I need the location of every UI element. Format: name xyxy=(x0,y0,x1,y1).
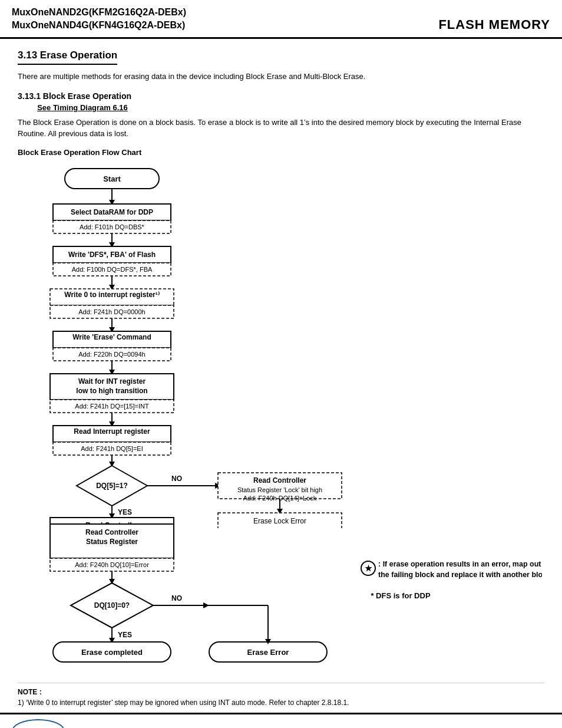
note-label: NOTE : xyxy=(18,688,544,696)
svg-text:Select DataRAM for DDP: Select DataRAM for DDP xyxy=(71,208,153,216)
header-title-line2: MuxOneNAND4G(KFN4G16Q2A-DEBx) xyxy=(12,19,186,32)
body-text: The Block Erase Operation is done on a b… xyxy=(18,117,544,140)
svg-text:Write 'Erase' Command: Write 'Erase' Command xyxy=(72,333,151,341)
header-title-line1: MuxOneNAND2G(KFM2G16Q2A-DEBx) xyxy=(12,6,186,19)
svg-text:YES: YES xyxy=(118,631,132,639)
header-title: MuxOneNAND2G(KFM2G16Q2A-DEBx) MuxOneNAND… xyxy=(12,6,186,32)
intro-text: There are multiple methods for erasing d… xyxy=(18,72,544,81)
svg-text:Add: F100h DQ=DFS*, FBA: Add: F100h DQ=DFS*, FBA xyxy=(72,266,153,273)
flowchart-title: Block Erase Operation Flow Chart xyxy=(18,148,544,157)
svg-text:low to high transition: low to high transition xyxy=(76,387,147,395)
svg-text:Add: F241h DQ=0000h: Add: F241h DQ=0000h xyxy=(78,308,145,315)
svg-text:Add: F240h DQ[10]=Error: Add: F240h DQ[10]=Error xyxy=(75,561,149,568)
svg-text:YES: YES xyxy=(118,508,132,516)
page-header: MuxOneNAND2G(KFM2G16Q2A-DEBx) MuxOneNAND… xyxy=(0,0,562,39)
svg-text:Erase completed: Erase completed xyxy=(81,648,143,657)
svg-text:Wait for INT register: Wait for INT register xyxy=(78,377,146,386)
svg-text:: If erase operation results i: : If erase operation results in an error… xyxy=(378,560,541,568)
svg-text:Read Controller: Read Controller xyxy=(85,528,138,536)
timing-label: See Timing Diagram 6.16 xyxy=(18,103,147,112)
flowchart-bottom: Read Controller Status Register Add: F24… xyxy=(18,518,544,673)
svg-text:★: ★ xyxy=(365,564,372,573)
note-section: NOTE : 1) ‘Write 0 to interrupt register… xyxy=(18,683,544,707)
svg-text:the failing block and replace : the failing block and replace it with an… xyxy=(378,571,542,579)
svg-text:Read Interrupt register: Read Interrupt register xyxy=(74,427,150,436)
svg-text:Add: F101h DQ=DBS*: Add: F101h DQ=DBS* xyxy=(80,223,144,230)
svg-text:Write 'DFS*, FBA' of Flash: Write 'DFS*, FBA' of Flash xyxy=(68,251,156,259)
samsung-oval: SAMSUNG xyxy=(12,719,65,728)
svg-text:Start: Start xyxy=(103,174,121,183)
svg-text:Status Register 'Lock' bit hig: Status Register 'Lock' bit high xyxy=(237,486,322,493)
svg-text:Add: F241h DQ=[15]=INT: Add: F241h DQ=[15]=INT xyxy=(75,403,149,410)
svg-text:DQ[10]=0?: DQ[10]=0? xyxy=(94,601,130,610)
note-line1: 1) ‘Write 0 to interrupt register’ step … xyxy=(18,699,544,707)
flowchart: Start Select DataRAM for DDP Add: F101h … xyxy=(18,163,544,530)
footer-logo: SAMSUNG ELECTRONICS xyxy=(12,719,120,728)
header-right-label: FLASH MEMORY xyxy=(438,17,550,32)
svg-text:Erase Error: Erase Error xyxy=(247,648,289,657)
svg-text:NO: NO xyxy=(171,594,182,602)
subsection-title: 3.13.1 Block Erase Operation xyxy=(18,91,544,101)
page-footer: SAMSUNG ELECTRONICS - 116 - xyxy=(0,713,562,728)
svg-text:Read Controller: Read Controller xyxy=(253,476,306,485)
svg-text:Add: F241h DQ[5]=EI: Add: F241h DQ[5]=EI xyxy=(81,445,143,452)
svg-text:DQ[5]=1?: DQ[5]=1? xyxy=(96,482,128,490)
svg-text:Status Register: Status Register xyxy=(86,538,138,546)
svg-text:NO: NO xyxy=(171,475,182,483)
svg-text:Write 0 to interrupt register¹: Write 0 to interrupt register¹⁾ xyxy=(64,291,159,299)
page: MuxOneNAND2G(KFM2G16Q2A-DEBx) MuxOneNAND… xyxy=(0,0,562,728)
svg-text:Add: F220h DQ=0094h: Add: F220h DQ=0094h xyxy=(78,351,145,358)
main-content: 3.13 Erase Operation There are multiple … xyxy=(0,39,562,713)
svg-text:* DFS is for DDP: * DFS is for DDP xyxy=(371,591,430,600)
section-title: 3.13 Erase Operation xyxy=(18,50,117,65)
